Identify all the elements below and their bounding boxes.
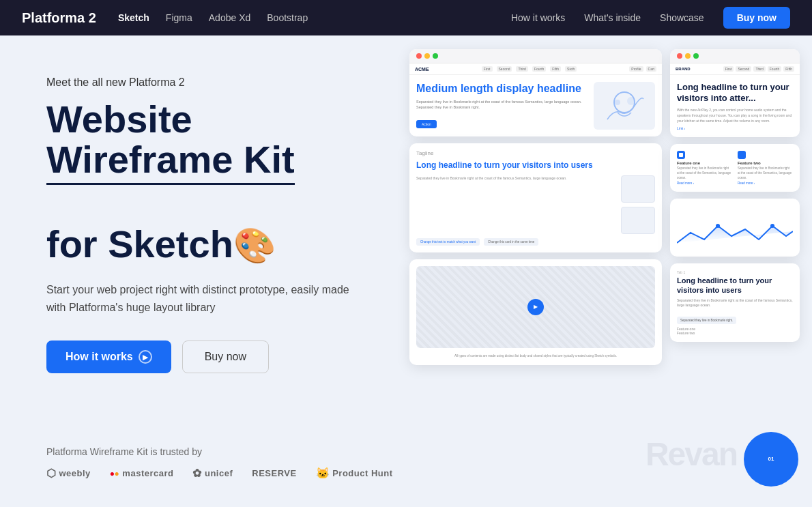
buy-now-button[interactable]: Buy now <box>182 341 269 373</box>
nav-figma[interactable]: Figma <box>166 12 192 23</box>
nav-right-links: How it works What's inside Showcase Buy … <box>511 7 790 29</box>
hero-title: Website Wireframe Kit for Sketch🎨 <box>46 100 368 265</box>
sc-play-button[interactable]: ▶ <box>527 299 544 315</box>
svg-point-3 <box>716 224 720 228</box>
sc-feature-headline: Long headline to turn your visitors into… <box>416 160 655 171</box>
svg-point-4 <box>770 224 774 228</box>
sc-body-2: Tagline Long headline to turn your visit… <box>409 143 662 252</box>
circle-logo: 01 <box>744 432 798 487</box>
sc-dot-green <box>433 53 438 59</box>
navigation: Platforma 2 Sketch Figma Adobe Xd Bootst… <box>0 0 812 35</box>
nav-adobexd[interactable]: Adobe Xd <box>209 12 251 23</box>
nav-bootstrap[interactable]: Bootstrap <box>267 12 308 23</box>
logo[interactable]: Platforma 2 <box>22 10 96 26</box>
screenshot-card-hero: ACME First Second Third Fourth Fifth Six… <box>409 49 662 136</box>
svg-point-2 <box>627 97 635 105</box>
hero-buttons: How it works ▶ Buy now <box>46 341 368 373</box>
trusted-reserve: RESERVE <box>252 468 296 478</box>
svg-point-1 <box>615 100 620 105</box>
nav-left-links: Sketch Figma Adobe Xd Bootstrap <box>118 12 511 23</box>
hero-screenshots: ACME First Second Third Fourth Fifth Six… <box>396 35 812 507</box>
sc-video-area: ▶ <box>416 266 655 348</box>
hero-subtitle: Meet the all new Platforma 2 <box>46 76 368 89</box>
screenshot-column-2: BRAND First Second Third Fourth Fifth Lo… <box>670 49 800 493</box>
hero-title-line1: Website <box>46 98 192 141</box>
nav-showcase[interactable]: Showcase <box>660 12 704 23</box>
hero-title-line2: Wireframe Kit <box>46 140 295 185</box>
trusted-producthunt: 🐱 Product Hunt <box>316 467 393 480</box>
how-it-works-button[interactable]: How it works ▶ <box>46 341 171 373</box>
screenshot-container: ACME First Second Third Fourth Fifth Six… <box>396 35 812 507</box>
hero-description: Start your web project right with distin… <box>46 281 368 316</box>
screenshot-card-features-grid: Feature one Separated they live in Bookm… <box>670 144 800 192</box>
sc-feature-text: Separated they live in Bookmarle right a… <box>416 175 615 234</box>
nav-how-it-works[interactable]: How it works <box>511 12 565 23</box>
screenshot-card-video: ▶ All types of contents are made using d… <box>409 259 662 365</box>
sc-body-1: Medium length display headline Separated… <box>409 75 662 136</box>
sc-hero-headline: Medium length display headline <box>416 82 587 95</box>
trusted-unicef: ✿ unicef <box>192 467 233 480</box>
sc-hero-btn[interactable]: Action <box>416 120 437 128</box>
watermark-text: Revan <box>646 435 737 473</box>
trusted-weebly: ⬡ weebly <box>46 467 91 480</box>
screenshot-column-1: ACME First Second Third Fourth Fifth Six… <box>409 49 662 493</box>
sc-nav-bar-1: ACME First Second Third Fourth Fifth Six… <box>409 63 662 75</box>
trusted-label: Platforma Wireframe Kit is trusted by <box>46 446 393 457</box>
hero-section: Meet the all new Platforma 2 Website Wir… <box>0 35 396 507</box>
trusted-mastercard: ●● mastercard <box>110 468 174 478</box>
screenshot-card-bottom-feature: Tab 1 Long headline to turn your visitor… <box>670 263 800 341</box>
trusted-section: Platforma Wireframe Kit is trusted by ⬡ … <box>46 446 393 480</box>
play-icon: ▶ <box>139 350 152 364</box>
screenshot-card-wide-1: BRAND First Second Third Fourth Fifth Lo… <box>670 49 800 137</box>
screenshot-card-feature: Tagline Long headline to turn your visit… <box>409 143 662 252</box>
sc-dot-yellow <box>424 53 430 59</box>
nav-whats-inside[interactable]: What's inside <box>584 12 641 23</box>
sc-dot-red <box>416 53 422 59</box>
screenshot-card-chart <box>670 199 800 257</box>
main-content: Meet the all new Platforma 2 Website Wir… <box>0 35 812 507</box>
sc-hero-illustration <box>594 82 655 130</box>
trusted-logos: ⬡ weebly ●● mastercard ✿ unicef RESERVE … <box>46 467 393 480</box>
nav-buy-now-button[interactable]: Buy now <box>723 7 790 29</box>
nav-sketch[interactable]: Sketch <box>118 12 149 23</box>
sc-wide-desc: With the new AirPlay 2, you can control … <box>677 107 793 124</box>
sc-wide-headline: Long headline to turn your visitors into… <box>677 82 793 103</box>
hero-title-line3: for Sketch🎨 <box>46 222 276 265</box>
sc-bottom-headline: Long headline to turn your visitors into… <box>677 276 793 294</box>
sc-header-1 <box>409 49 662 63</box>
sc-bottom-desc: Separated they live in Bookmarle right a… <box>677 298 793 308</box>
sc-hero-desc: Separated they live in Bookmarle right a… <box>416 99 587 111</box>
